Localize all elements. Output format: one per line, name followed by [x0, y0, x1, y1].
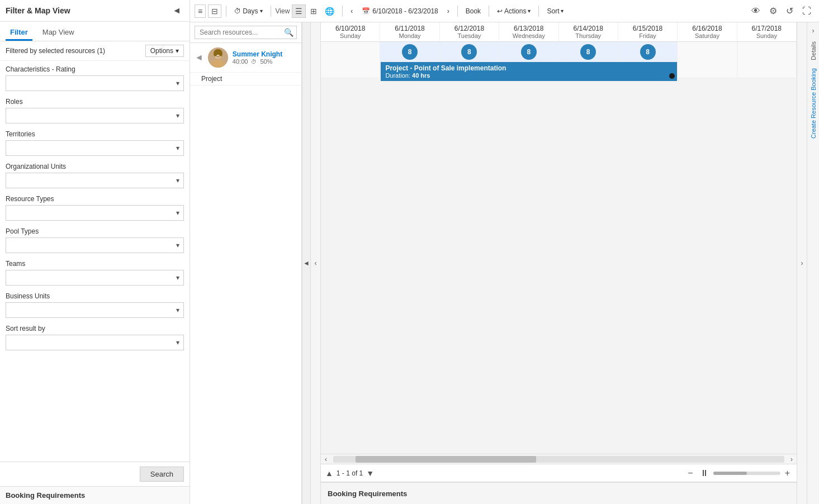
search-button[interactable]: Search [140, 467, 184, 482]
business-units-select-wrapper [6, 302, 184, 318]
cal-header-6: 6/16/2018 Saturday [678, 22, 737, 41]
fullscreen-icon-button[interactable]: ⛶ [799, 4, 815, 18]
sort-label: Sort [547, 7, 559, 15]
hours-badge-5: 8 [640, 44, 656, 60]
booking-dot [669, 73, 675, 79]
svg-point-7 [214, 51, 217, 56]
calendar-empty-area [321, 78, 797, 302]
list-item[interactable]: ◄ [190, 43, 301, 73]
eye-icon-button[interactable]: 👁 [748, 4, 764, 18]
booking-duration-value: 40 hrs [412, 72, 430, 79]
filter-panel-title: Filter & Map View [6, 6, 70, 15]
sort-chevron-icon: ▾ [561, 8, 564, 14]
resource-search-area: 🔍 [190, 22, 301, 43]
list-view-button[interactable]: ☰ [292, 4, 306, 18]
booking-bar[interactable]: Project - Point of Sale implementation D… [381, 62, 677, 81]
globe-view-button[interactable]: 🌐 [321, 4, 338, 18]
cal-header-1: 6/11/2018 Monday [380, 22, 439, 41]
toolbar: ≡ ⊟ ⏱ Days ▾ View ☰ ⊞ 🌐 ‹ 📅 6/10/2018 - … [190, 0, 819, 22]
resource-row-arrow[interactable]: ◄ [195, 53, 203, 63]
cal-day-5: Friday [619, 32, 676, 39]
characteristics-select-wrapper [6, 75, 184, 91]
calendar-header: 6/10/2018 Sunday 6/11/2018 Monday 6/12/2… [321, 22, 797, 42]
filter-roles: Roles [6, 98, 184, 123]
horizontal-scrollbar[interactable]: ‹ › [321, 454, 797, 464]
filter-collapse-button[interactable]: ◄ [169, 4, 184, 17]
territories-select[interactable] [6, 140, 184, 156]
business-units-select[interactable] [6, 302, 184, 318]
filter-org-units: Organizational Units [6, 163, 184, 188]
booking-title: Project - Point of Sale implementation [385, 64, 673, 72]
cal-day-7: Sunday [738, 32, 795, 39]
cal-day-6: Saturday [679, 32, 735, 39]
days-button[interactable]: ⏱ Days ▾ [231, 5, 266, 17]
inner-schedule: 6/10/2018 Sunday 6/11/2018 Monday 6/12/2… [321, 22, 797, 504]
book-button[interactable]: Book [462, 5, 484, 17]
tab-map-view[interactable]: Map View [38, 25, 79, 41]
zoom-out-button[interactable]: − [685, 468, 695, 478]
create-resource-booking-label[interactable]: Create Resource Booking [809, 65, 818, 142]
zoom-controls: − ⏸ + [685, 468, 792, 478]
grid-view-button[interactable]: ⊞ [307, 4, 320, 18]
cal-date-7: 6/17/2018 [738, 25, 795, 32]
cal-header-2: 6/12/2018 Tuesday [440, 22, 499, 41]
territories-label: Territories [6, 130, 184, 138]
page-up-button[interactable]: ▲ [325, 469, 333, 478]
filter-footer: Search [0, 462, 190, 486]
list-view-icon-2[interactable]: ⊟ [208, 4, 221, 18]
org-units-select[interactable] [6, 173, 184, 188]
pause-button[interactable]: ⏸ [698, 468, 711, 478]
org-units-label: Organizational Units [6, 163, 184, 170]
pool-types-select[interactable] [6, 237, 184, 253]
roles-select[interactable] [6, 108, 184, 123]
resource-types-select[interactable] [6, 205, 184, 221]
pagination-bar: ▲ 1 - 1 of 1 ▼ − ⏸ + [321, 464, 797, 482]
page-info: 1 - 1 of 1 [337, 469, 363, 477]
scroll-left-button[interactable]: ‹ [321, 455, 331, 463]
filter-panel: Filter & Map View ◄ Filter Map View Filt… [0, 0, 190, 504]
view-icons: ☰ ⊞ 🌐 [292, 4, 338, 18]
actions-chevron-icon: ▾ [528, 8, 531, 14]
days-label: Days [243, 7, 258, 15]
next-date-button[interactable]: › [444, 5, 453, 17]
tab-filter[interactable]: Filter [6, 25, 32, 41]
resource-search-input[interactable] [195, 26, 297, 39]
characteristics-select[interactable] [6, 75, 184, 91]
filter-options-row: Filtered by selected resources (1) Optio… [0, 41, 190, 61]
filter-sort-result: Sort result by [6, 325, 184, 350]
page-down-button[interactable]: ▼ [366, 469, 374, 478]
refresh-icon-button[interactable]: ↺ [783, 3, 797, 18]
scroll-right-button[interactable]: › [787, 455, 797, 463]
teams-select[interactable] [6, 270, 184, 286]
sort-button[interactable]: Sort ▾ [543, 5, 567, 17]
date-range-button[interactable]: 📅 6/10/2018 - 6/23/2018 [358, 6, 441, 17]
cal-header-0: 6/10/2018 Sunday [321, 22, 380, 41]
calendar-next-button[interactable]: › [797, 22, 807, 504]
resource-list: ◄ [190, 43, 301, 504]
sort-result-select[interactable] [6, 335, 184, 350]
sort-result-label: Sort result by [6, 325, 184, 332]
cal-header-3: 6/13/2018 Wednesday [499, 22, 558, 41]
roles-label: Roles [6, 98, 184, 106]
resource-name[interactable]: Summer Knight [233, 50, 297, 58]
settings-icon-button[interactable]: ⚙ [766, 3, 780, 18]
territories-select-wrapper [6, 140, 184, 156]
zoom-in-button[interactable]: + [783, 468, 792, 478]
filter-header: Filter & Map View ◄ [0, 0, 190, 22]
scroll-track[interactable] [333, 456, 784, 463]
options-label: Options [150, 47, 173, 55]
actions-button[interactable]: ↩ Actions ▾ [494, 5, 534, 17]
resource-info: Summer Knight 40:00 ⏱ 50% [233, 50, 297, 65]
options-button[interactable]: Options ▾ [145, 45, 184, 57]
cal-day-4: Thursday [560, 32, 617, 39]
cal-header-5: 6/15/2018 Friday [618, 22, 678, 41]
cal-date-6: 6/16/2018 [679, 25, 735, 32]
list-view-icon-1[interactable]: ≡ [195, 4, 206, 18]
schedule-row: 🔍 ◄ [190, 22, 819, 504]
booking-duration: Duration: 40 hrs [385, 72, 673, 79]
cal-day-0: Sunday [322, 32, 378, 39]
resource-panel-collapse[interactable]: ◄ [302, 22, 311, 504]
calendar-prev-button[interactable]: ‹ [311, 22, 321, 504]
prev-date-button[interactable]: ‹ [347, 5, 356, 17]
details-collapse-button[interactable]: › [811, 25, 816, 37]
